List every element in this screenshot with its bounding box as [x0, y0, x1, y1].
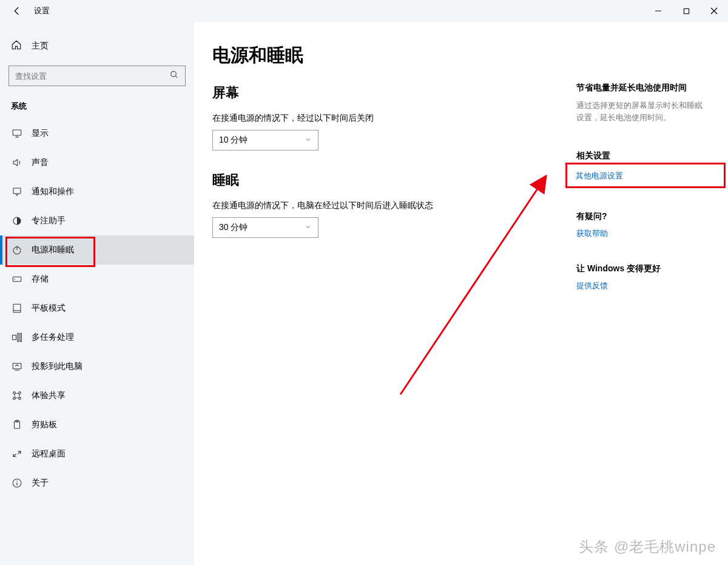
multi-icon [11, 332, 23, 343]
sidebar-item-about[interactable]: 关于 [0, 469, 194, 498]
sleep-combobox[interactable]: 30 分钟 [212, 217, 318, 238]
sidebar-item-storage[interactable]: 存储 [0, 265, 194, 294]
sidebar-item-notify[interactable]: 通知和操作 [0, 177, 194, 206]
clip-icon [11, 419, 23, 430]
sidebar-item-label: 平板模式 [32, 303, 66, 314]
sidebar: 主页 系统 显示声音通知和操作专注助手电源和睡眠存储平板模式多任务处理投影到此电… [0, 22, 194, 565]
sidebar-item-label: 远程桌面 [32, 448, 66, 459]
sound-icon [11, 157, 23, 168]
sidebar-item-remote[interactable]: 远程桌面 [0, 439, 194, 469]
storage-icon [11, 274, 23, 285]
page-title: 电源和睡眠 [212, 43, 593, 68]
screen-heading: 屏幕 [212, 84, 593, 102]
sidebar-item-display[interactable]: 显示 [0, 119, 194, 148]
project-icon [11, 361, 23, 372]
power-saving-desc: 通过选择更短的屏幕显示时长和睡眠设置，延长电池使用时间。 [576, 100, 710, 124]
home-icon [11, 39, 22, 53]
search-input[interactable] [15, 72, 169, 81]
watermark: 头条 @老毛桃winpe [579, 537, 716, 557]
sidebar-section-header: 系统 [0, 86, 194, 119]
sidebar-item-clip[interactable]: 剪贴板 [0, 410, 194, 439]
sidebar-item-power[interactable]: 电源和睡眠 [0, 235, 194, 265]
sleep-heading: 睡眠 [212, 171, 593, 189]
share-icon [11, 390, 23, 401]
sidebar-item-label: 存储 [32, 274, 49, 285]
make-windows-better-title: 让 Windows 变得更好 [576, 263, 710, 274]
home-button[interactable]: 主页 [0, 35, 194, 57]
sidebar-item-focus[interactable]: 专注助手 [0, 206, 194, 235]
app-title: 设置 [34, 5, 50, 16]
tablet-icon [11, 303, 23, 314]
sidebar-item-label: 声音 [32, 157, 49, 168]
screen-off-value: 10 分钟 [219, 135, 248, 146]
sidebar-item-label: 剪贴板 [32, 419, 57, 430]
back-button[interactable] [6, 0, 28, 22]
sidebar-item-label: 电源和睡眠 [32, 245, 74, 255]
power-icon [11, 245, 23, 255]
svg-point-4 [171, 72, 177, 77]
sidebar-item-project[interactable]: 投影到此电脑 [0, 352, 194, 381]
aside-panel: 节省电量并延长电池使用时间 通过选择更短的屏幕显示时长和睡眠设置，延长电池使用时… [576, 83, 710, 316]
sidebar-item-multi[interactable]: 多任务处理 [0, 323, 194, 352]
content-area: 电源和睡眠 屏幕 在接通电源的情况下，经过以下时间后关闭 10 分钟 睡眠 在接… [194, 22, 728, 565]
sidebar-item-label: 多任务处理 [32, 332, 74, 343]
feedback-link[interactable]: 提供反馈 [576, 280, 710, 291]
titlebar: 设置 [0, 0, 728, 22]
chevron-down-icon [305, 223, 312, 232]
sidebar-item-label: 显示 [32, 128, 49, 139]
screen-off-label: 在接通电源的情况下，经过以下时间后关闭 [212, 113, 593, 124]
search-icon [169, 70, 179, 82]
screen-off-combobox[interactable]: 10 分钟 [212, 130, 318, 151]
about-icon [11, 478, 23, 489]
focus-icon [11, 215, 23, 226]
sidebar-item-tablet[interactable]: 平板模式 [0, 294, 194, 323]
annotation-box-related: 其他电源设置 [565, 163, 726, 188]
home-label: 主页 [32, 41, 49, 52]
sidebar-item-sound[interactable]: 声音 [0, 148, 194, 177]
sidebar-item-label: 投影到此电脑 [32, 361, 83, 372]
other-power-settings-link[interactable]: 其他电源设置 [576, 171, 715, 181]
get-help-link[interactable]: 获取帮助 [576, 228, 710, 239]
chevron-down-icon [305, 136, 312, 144]
sleep-value: 30 分钟 [219, 222, 248, 233]
notify-icon [11, 186, 23, 197]
sidebar-item-share[interactable]: 体验共享 [0, 381, 194, 410]
sidebar-item-label: 专注助手 [32, 215, 66, 226]
close-button[interactable] [700, 0, 728, 22]
search-box[interactable] [8, 66, 186, 86]
svg-line-5 [175, 76, 177, 78]
display-icon [11, 128, 23, 139]
power-saving-title: 节省电量并延长电池使用时间 [576, 83, 710, 93]
have-question-title: 有疑问? [576, 211, 710, 222]
minimize-button[interactable] [644, 0, 672, 22]
svg-rect-1 [684, 8, 689, 13]
sidebar-item-label: 体验共享 [32, 390, 66, 401]
related-settings-title: 相关设置 [576, 151, 710, 161]
sleep-label: 在接通电源的情况下，电脑在经过以下时间后进入睡眠状态 [212, 200, 593, 211]
sidebar-item-label: 关于 [32, 478, 49, 489]
sidebar-item-label: 通知和操作 [32, 186, 74, 197]
maximize-button[interactable] [672, 0, 700, 22]
remote-icon [11, 448, 23, 459]
